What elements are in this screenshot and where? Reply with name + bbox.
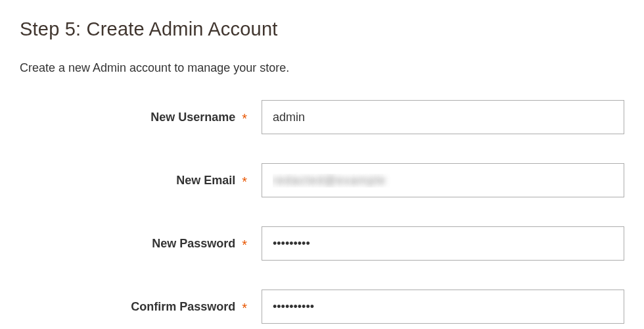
confirm-password-input[interactable]	[262, 290, 624, 324]
page-description: Create a new Admin account to manage you…	[20, 61, 624, 75]
label-wrap-confirm-password: Confirm Password *	[20, 299, 262, 315]
label-wrap-email: New Email *	[20, 173, 262, 188]
password-input[interactable]	[262, 226, 624, 261]
label-password: New Password	[152, 237, 235, 251]
page-title: Step 5: Create Admin Account	[20, 18, 624, 40]
form-row-password: New Password *	[20, 226, 624, 261]
required-asterisk-icon: *	[242, 238, 247, 253]
required-asterisk-icon: *	[242, 174, 247, 190]
form-row-confirm-password: Confirm Password *	[20, 290, 624, 324]
form-row-username: New Username *	[20, 100, 624, 134]
label-wrap-username: New Username *	[20, 110, 262, 125]
label-confirm-password: Confirm Password	[131, 300, 235, 314]
required-asterisk-icon: *	[242, 111, 247, 126]
required-asterisk-icon: *	[242, 301, 247, 316]
email-input[interactable]	[262, 163, 624, 197]
username-input[interactable]	[262, 100, 624, 134]
form-row-email: New Email *	[20, 163, 624, 197]
label-username: New Username	[150, 111, 235, 124]
label-wrap-password: New Password *	[20, 236, 262, 251]
label-email: New Email	[176, 174, 235, 188]
